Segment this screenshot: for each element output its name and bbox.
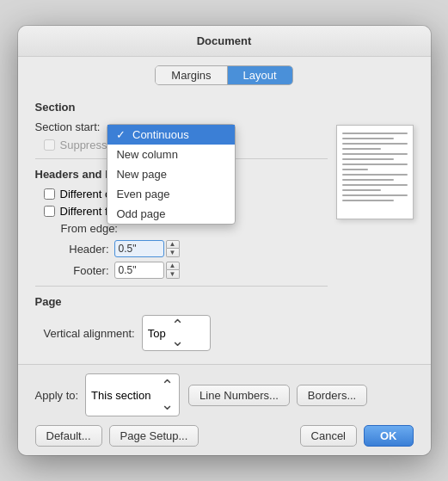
preview-line — [342, 194, 408, 196]
document-dialog: Document Margins Layout Section Section … — [18, 26, 431, 455]
header-spinner: ▲ ▼ — [114, 240, 180, 257]
dropdown-option-new-page[interactable]: New page — [107, 164, 235, 184]
title-bar: Document — [18, 26, 431, 57]
page-heading: Page — [35, 295, 328, 308]
preview-line — [342, 138, 395, 139]
header-input[interactable] — [114, 240, 164, 257]
apply-dropdown-arrow-icon: ⌃⌄ — [161, 376, 174, 414]
line-numbers-button[interactable]: Line Numbers... — [188, 385, 290, 406]
first-page-checkbox[interactable] — [44, 206, 55, 217]
preview-line — [342, 174, 408, 176]
suppress-checkbox[interactable] — [44, 139, 55, 151]
footer-left: Default... Page Setup... — [35, 425, 199, 447]
apply-row: Apply to: This section ⌃⌄ Line Numbers..… — [35, 373, 414, 416]
footer-arrows: ▲ ▼ — [166, 262, 180, 279]
preview-line — [342, 184, 408, 186]
tab-bar: Margins Layout — [18, 57, 431, 92]
dropdown-option-new-column[interactable]: New column — [107, 145, 235, 164]
preview-line — [342, 133, 408, 134]
left-panel: Section start: ✓ Continuous New column — [35, 120, 328, 351]
preview-line — [342, 148, 382, 150]
check-icon: ✓ — [116, 128, 126, 141]
page-setup-button[interactable]: Page Setup... — [109, 425, 199, 447]
preview-line — [342, 169, 368, 170]
vert-align-select[interactable]: Top ⌃⌄ — [142, 315, 211, 351]
footer-down-arrow[interactable]: ▼ — [166, 270, 180, 279]
preview-line — [342, 163, 408, 165]
section-start-label: Section start: — [35, 120, 101, 133]
header-arrows: ▲ ▼ — [166, 240, 180, 257]
dropdown-option-even-page[interactable]: Even page — [107, 184, 235, 204]
footer-label: Footer: — [61, 264, 109, 277]
header-up-arrow[interactable]: ▲ — [166, 240, 180, 249]
section-heading: Section — [35, 101, 414, 114]
from-edge-group: From edge: Header: ▲ ▼ — [61, 222, 328, 279]
vert-align-value: Top — [148, 327, 166, 340]
preview-line — [342, 200, 395, 201]
preview-line — [342, 158, 395, 160]
vert-align-label: Vertical alignment: — [44, 327, 135, 340]
separator-2 — [35, 286, 328, 287]
ok-button[interactable]: OK — [364, 425, 414, 447]
odd-even-checkbox[interactable] — [44, 188, 55, 200]
dropdown-option-continuous[interactable]: ✓ Continuous — [107, 125, 235, 145]
vert-align-row: Vertical alignment: Top ⌃⌄ — [44, 315, 328, 351]
preview-line — [342, 189, 382, 191]
preview-line — [342, 153, 408, 155]
footer-buttons: Default... Page Setup... Cancel OK — [35, 425, 414, 447]
dialog-title: Document — [197, 34, 252, 47]
action-buttons: Line Numbers... Borders... — [188, 385, 367, 406]
footer-right: Cancel OK — [300, 425, 414, 447]
borders-button[interactable]: Borders... — [297, 385, 367, 406]
top-area: Section start: ✓ Continuous New column — [35, 120, 414, 351]
section-start-row: Section start: ✓ Continuous New column — [35, 120, 328, 133]
footer-spinner: ▲ ▼ — [114, 262, 180, 279]
footer-row: Footer: ▲ ▼ — [61, 262, 328, 279]
preview-lines — [342, 133, 408, 201]
dropdown-option-odd-page[interactable]: Odd page — [107, 204, 235, 224]
footer-up-arrow[interactable]: ▲ — [166, 262, 180, 270]
bottom-bar: Apply to: This section ⌃⌄ Line Numbers..… — [18, 364, 431, 455]
main-content: Section Section start: ✓ Continuous New … — [18, 101, 431, 364]
default-button[interactable]: Default... — [35, 425, 102, 447]
tab-group: Margins Layout — [155, 65, 292, 85]
select-arrow-icon: ⌃⌄ — [171, 318, 184, 348]
apply-label: Apply to: — [35, 389, 79, 402]
header-row: Header: ▲ ▼ — [61, 240, 328, 257]
page-preview — [336, 125, 414, 219]
preview-line — [342, 179, 395, 181]
header-label: Header: — [61, 243, 109, 256]
section-start-dropdown-open[interactable]: ✓ Continuous New column New page Even pa… — [107, 124, 236, 225]
page-section: Page Vertical alignment: Top ⌃⌄ — [35, 295, 328, 351]
tab-layout[interactable]: Layout — [228, 66, 292, 84]
header-down-arrow[interactable]: ▼ — [166, 249, 180, 257]
preview-line — [342, 143, 408, 145]
tab-margins[interactable]: Margins — [156, 66, 227, 84]
footer-input[interactable] — [114, 262, 164, 279]
apply-value: This section — [91, 389, 150, 402]
apply-dropdown[interactable]: This section ⌃⌄ — [85, 373, 180, 416]
cancel-button[interactable]: Cancel — [300, 425, 357, 447]
